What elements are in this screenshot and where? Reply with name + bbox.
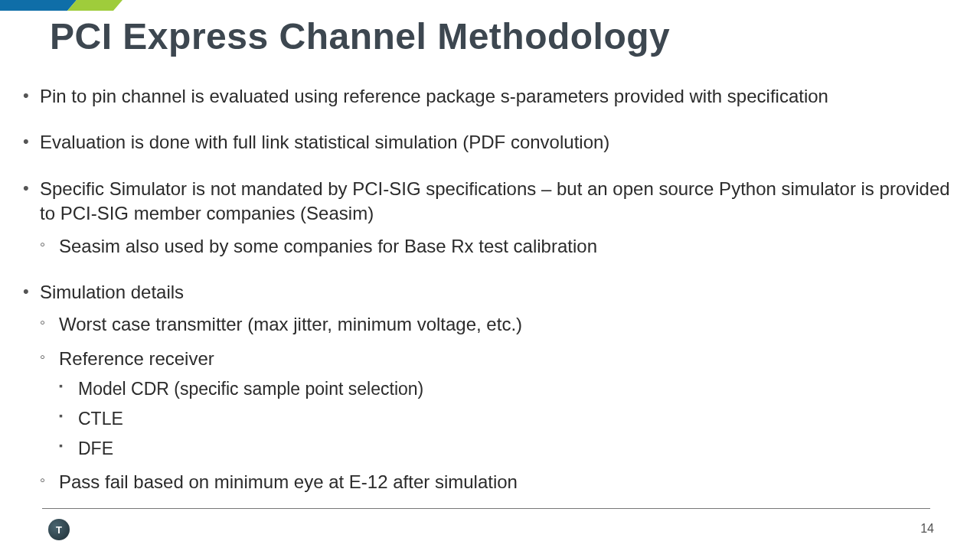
slide: PCI Express Channel Methodology Pin to p… — [0, 0, 980, 551]
bullet-text: Pin to pin channel is evaluated using re… — [40, 86, 828, 106]
bullet-l1: Pin to pin channel is evaluated using re… — [23, 84, 957, 109]
bullet-text: CTLE — [78, 409, 123, 429]
page-number: 14 — [920, 522, 934, 536]
bullet-text: Model CDR (specific sample point selecti… — [78, 379, 423, 399]
bullet-l1: Simulation details Worst case transmitte… — [23, 280, 957, 495]
bullet-text: Evaluation is done with full link statis… — [40, 132, 609, 152]
bullet-text: Pass fail based on minimum eye at E-12 a… — [59, 471, 518, 492]
bullet-text: Seasim also used by some companies for B… — [59, 236, 597, 256]
bullet-text: Worst case transmitter (max jitter, mini… — [59, 314, 522, 334]
bullet-l2: Reference receiver Model CDR (specific s… — [40, 347, 957, 461]
bullet-l2: Worst case transmitter (max jitter, mini… — [40, 312, 957, 337]
brand-logo-icon: T — [48, 519, 70, 540]
bullet-text: Simulation details — [40, 282, 184, 302]
bullet-text: DFE — [78, 439, 113, 458]
bullet-l2: Seasim also used by some companies for B… — [40, 234, 957, 259]
bullet-text: Reference receiver — [59, 348, 214, 369]
corner-accent-icon — [0, 0, 130, 9]
svg-marker-0 — [0, 0, 77, 11]
svg-marker-1 — [67, 0, 122, 11]
bullet-text: Specific Simulator is not mandated by PC… — [40, 178, 950, 223]
bullet-l1: Specific Simulator is not mandated by PC… — [23, 177, 957, 259]
bullet-l3: DFE — [59, 437, 957, 461]
bullet-l3: CTLE — [59, 407, 957, 431]
bullet-l1: Evaluation is done with full link statis… — [23, 130, 957, 155]
bullet-l3: Model CDR (specific sample point selecti… — [59, 377, 957, 401]
bullet-l2: Pass fail based on minimum eye at E-12 a… — [40, 470, 957, 494]
slide-content: Pin to pin channel is evaluated using re… — [23, 84, 957, 517]
slide-title: PCI Express Channel Methodology — [50, 15, 670, 57]
footer-divider — [42, 508, 930, 509]
